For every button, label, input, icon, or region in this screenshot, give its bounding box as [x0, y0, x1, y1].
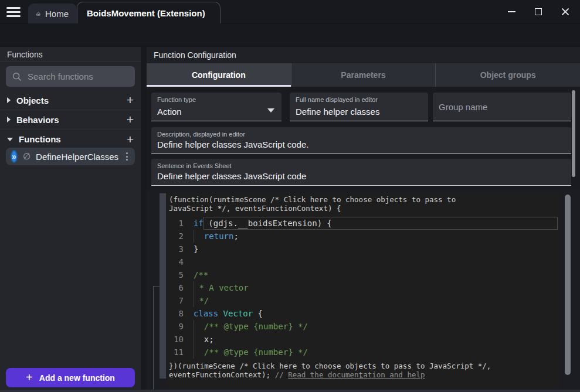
code-line[interactable]: 7 */ [169, 294, 560, 307]
search-functions-input[interactable] [28, 71, 127, 81]
sentence-value: Define helper classes JavaScript code [157, 171, 306, 181]
full-name-value: Define helper classes [296, 107, 379, 117]
sentence-field[interactable]: Sentence in Events Sheet Define helper c… [151, 159, 571, 186]
code-line[interactable]: 3} [169, 243, 560, 255]
line-number: 7 [169, 294, 194, 307]
line-number: 2 [169, 230, 194, 243]
full-name-field[interactable]: Full name displayed in editor Define hel… [290, 93, 428, 121]
group-name-field[interactable] [433, 93, 571, 121]
code-line-content: class Vector { [194, 307, 263, 320]
add-function-icon[interactable]: + [127, 134, 134, 145]
event-selection-rail[interactable] [160, 193, 166, 379]
line-number: 11 [169, 346, 194, 359]
section-label: Functions [19, 134, 61, 144]
config-scrollbar[interactable] [572, 90, 575, 177]
code-scrollbar[interactable] [565, 195, 571, 375]
line-number: 3 [169, 243, 194, 255]
event-indent-guide [153, 286, 160, 287]
code-footer-line: eventsFunctionContext); // Read the docu… [169, 370, 560, 379]
code-line[interactable]: 9 /** @type {number} */ [169, 320, 560, 333]
code-lines[interactable]: 1if (gdjs.__boidsExtension) {2 return;3}… [169, 217, 560, 359]
tab-parameters[interactable]: Parameters [291, 63, 436, 87]
sidebar-section-functions[interactable]: Functions + [0, 129, 141, 149]
line-number: 10 [169, 333, 194, 346]
line-number: 1 [169, 217, 194, 230]
javascript-code-event[interactable]: (function(runtimeScene /* Click here to … [166, 193, 560, 388]
tab-home[interactable]: Home [28, 4, 77, 23]
code-line[interactable]: 1if (gdjs.__boidsExtension) { [169, 217, 560, 230]
code-line[interactable]: 6 * A vector [169, 281, 560, 294]
code-line[interactable]: 8class Vector { [169, 307, 560, 320]
window-bottom-edge [0, 390, 580, 392]
code-line[interactable]: 4 [169, 255, 560, 268]
window-maximize-button[interactable] [525, 0, 552, 23]
tab-object-groups[interactable]: Object groups [436, 63, 580, 87]
code-line-content: * A vector [194, 281, 249, 294]
tab-active-label: BoidsMovement (Extension) [87, 8, 205, 18]
line-number: 8 [169, 307, 194, 320]
sidebar-title: Functions [0, 47, 141, 62]
configuration-form: Function type Action Full name displayed… [147, 87, 580, 190]
search-functions-box[interactable] [6, 66, 135, 87]
window-tab-bar: Home BoidsMovement (Extension) [0, 0, 580, 23]
code-line[interactable]: 10 x; [169, 333, 560, 346]
event-indent-guide [153, 286, 154, 392]
code-line[interactable]: 2 return; [169, 230, 560, 243]
home-icon [36, 9, 40, 19]
line-number: 5 [169, 268, 194, 281]
chevron-right-icon[interactable] [7, 97, 11, 103]
tab-boidsmovement[interactable]: BoidsMovement (Extension) [77, 2, 221, 23]
scroll-down-hint[interactable]: ^ [359, 375, 364, 384]
menu-icon[interactable] [6, 7, 21, 17]
group-name-input[interactable] [439, 93, 565, 121]
function-type-label: Function type [157, 96, 196, 103]
documentation-link[interactable]: Read the documentation and help [288, 370, 425, 379]
search-icon [12, 71, 22, 82]
function-item-label: DefineHelperClasses [36, 152, 118, 162]
code-footer-signature[interactable]: })(runtimeScene /* Click here to choose … [169, 362, 560, 379]
code-header-line: (function(runtimeScene /* Click here to … [169, 195, 560, 204]
code-line[interactable]: 5/** [169, 268, 560, 281]
chevron-right-icon[interactable] [7, 117, 11, 122]
section-label: Objects [16, 96, 49, 105]
function-item-definehelperclasses[interactable]: » ∅ DefineHelperClasses [6, 148, 135, 165]
empty-set-icon: ∅ [23, 151, 30, 162]
chevron-down-icon[interactable] [7, 138, 13, 141]
code-footer-line: })(runtimeScene /* Click here to choose … [169, 362, 560, 370]
sidebar-section-behaviors[interactable]: Behaviors + [0, 110, 141, 129]
section-label: Behaviors [16, 115, 59, 125]
description-field[interactable]: Description, displayed in editor Define … [151, 127, 571, 154]
tab-configuration[interactable]: Configuration [147, 63, 291, 87]
window-close-button[interactable] [552, 0, 579, 23]
add-object-icon[interactable]: + [127, 95, 134, 105]
add-new-function-button[interactable]: + Add a new function [6, 368, 135, 387]
function-configuration-title: Function Configuration [147, 47, 580, 63]
code-line-content: */ [194, 294, 209, 307]
close-icon [561, 8, 569, 16]
code-line-content: return; [194, 230, 239, 243]
line-number: 9 [169, 320, 194, 333]
main-toolbar: Preview Share [0, 23, 580, 46]
code-header-line: JavaScript */, eventsFunctionContext) { [169, 204, 560, 213]
description-label: Description, displayed in editor [157, 131, 245, 138]
code-line-content: /** [194, 268, 208, 281]
code-line-content: x; [194, 333, 214, 346]
functions-sidebar: Functions Objects + Behaviors + Function… [0, 47, 141, 392]
function-type-select[interactable]: Function type Action [151, 93, 281, 121]
function-action-icon: » [11, 150, 18, 163]
add-behavior-icon[interactable]: + [127, 114, 134, 125]
events-sheet-area: (function(runtimeScene /* Click here to … [147, 190, 580, 392]
description-value: Define helper classes JavaScript code. [157, 139, 308, 149]
configuration-tabs: Configuration Parameters Object groups [147, 63, 580, 87]
function-type-value: Action [157, 107, 182, 117]
code-header-signature[interactable]: (function(runtimeScene /* Click here to … [169, 195, 560, 213]
add-new-function-label: Add a new function [39, 373, 115, 383]
plus-icon: + [26, 371, 33, 384]
window-minimize-button[interactable] [498, 0, 525, 23]
gdevelop-window: Home BoidsMovement (Extension) Preview [0, 0, 580, 392]
line-number: 4 [169, 255, 194, 268]
code-line[interactable]: 11 /** @type {number} */ [169, 346, 560, 359]
minimize-icon [508, 11, 515, 12]
item-menu-icon[interactable] [124, 150, 130, 163]
sidebar-section-objects[interactable]: Objects + [0, 91, 141, 110]
